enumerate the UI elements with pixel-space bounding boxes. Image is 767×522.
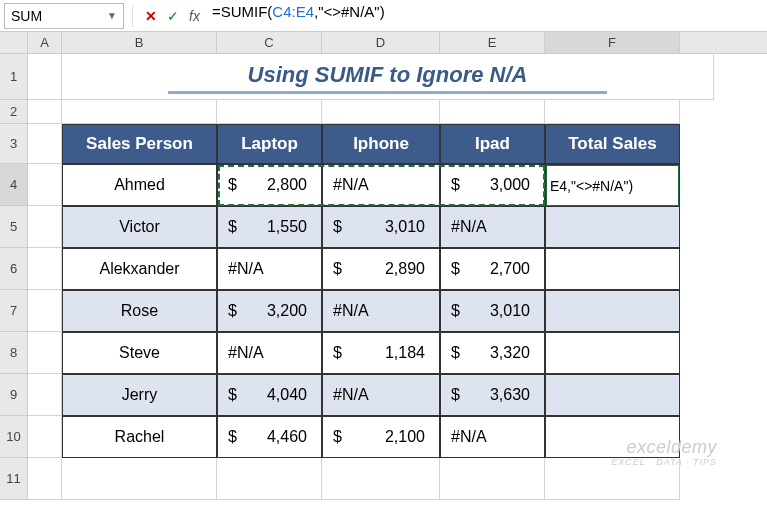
cell-iphone-7[interactable]: #N/A: [322, 290, 440, 332]
cell-A4[interactable]: [28, 164, 62, 206]
row-header-5[interactable]: 5: [0, 206, 27, 248]
row-header-1[interactable]: 1: [0, 54, 27, 100]
cell-laptop-10[interactable]: $4,460: [217, 416, 322, 458]
cell-A11[interactable]: [28, 458, 62, 500]
header-total-sales[interactable]: Total Sales: [545, 124, 680, 164]
cell-ipad-7[interactable]: $3,010: [440, 290, 545, 332]
cell-A9[interactable]: [28, 374, 62, 416]
cancel-icon[interactable]: ✕: [145, 8, 157, 24]
cell-laptop-7[interactable]: $3,200: [217, 290, 322, 332]
col-header-E[interactable]: E: [440, 32, 545, 53]
cell-total-5[interactable]: [545, 206, 680, 248]
cell-iphone-8[interactable]: $1,184: [322, 332, 440, 374]
cell-B11[interactable]: [62, 458, 217, 500]
cell-A10[interactable]: [28, 416, 62, 458]
table-row: Alekxander#N/A$2,890$2,700: [28, 248, 767, 290]
table-row: Jerry$4,040#N/A$3,630: [28, 374, 767, 416]
row-header-4[interactable]: 4: [0, 164, 27, 206]
header-laptop[interactable]: Laptop: [217, 124, 322, 164]
cell-iphone-5[interactable]: $3,010: [322, 206, 440, 248]
row-header-2[interactable]: 2: [0, 100, 27, 124]
cell-person-8[interactable]: Steve: [62, 332, 217, 374]
active-cell-text: E4,"<>#N/A"): [550, 178, 633, 194]
formula-bar-row: SUM ▼ ✕ ✓ fx =SUMIF(C4:E4,"<>#N/A"): [0, 0, 767, 32]
header-ipad[interactable]: Ipad: [440, 124, 545, 164]
page-title: Using SUMIF to Ignore N/A: [168, 60, 608, 94]
chevron-down-icon[interactable]: ▼: [107, 10, 117, 21]
cell-A6[interactable]: [28, 248, 62, 290]
cell-A1[interactable]: [28, 54, 62, 100]
row-header-11[interactable]: 11: [0, 458, 27, 500]
cell-laptop-9[interactable]: $4,040: [217, 374, 322, 416]
cell-E2[interactable]: [440, 100, 545, 124]
header-sales-person[interactable]: Sales Person: [62, 124, 217, 164]
cell-laptop-8[interactable]: #N/A: [217, 332, 322, 374]
table-row: Steve#N/A$1,184$3,320: [28, 332, 767, 374]
cell-laptop-6[interactable]: #N/A: [217, 248, 322, 290]
fx-icon[interactable]: fx: [189, 8, 200, 24]
cell-C2[interactable]: [217, 100, 322, 124]
cell-laptop-5[interactable]: $1,550: [217, 206, 322, 248]
row-header-10[interactable]: 10: [0, 416, 27, 458]
formula-range-ref: C4:E4: [272, 3, 314, 20]
col-header-D[interactable]: D: [322, 32, 440, 53]
cell-ipad-9[interactable]: $3,630: [440, 374, 545, 416]
col-header-C[interactable]: C: [217, 32, 322, 53]
cell-A3[interactable]: [28, 124, 62, 164]
table-row: Rose$3,200#N/A$3,010: [28, 290, 767, 332]
cell-iphone-10[interactable]: $2,100: [322, 416, 440, 458]
cell-ipad-8[interactable]: $3,320: [440, 332, 545, 374]
name-box[interactable]: SUM ▼: [4, 3, 124, 29]
cell-A8[interactable]: [28, 332, 62, 374]
watermark: exceldemy EXCEL · DATA · TIPS: [611, 438, 717, 468]
col-header-B[interactable]: B: [62, 32, 217, 53]
cell-A2[interactable]: [28, 100, 62, 124]
row-header-9[interactable]: 9: [0, 374, 27, 416]
cell-ipad-10[interactable]: #N/A: [440, 416, 545, 458]
row-header-8[interactable]: 8: [0, 332, 27, 374]
header-iphone[interactable]: Iphone: [322, 124, 440, 164]
cell-person-10[interactable]: Rachel: [62, 416, 217, 458]
cell-A7[interactable]: [28, 290, 62, 332]
cell-ipad-6[interactable]: $2,700: [440, 248, 545, 290]
row-header-7[interactable]: 7: [0, 290, 27, 332]
cell-iphone-6[interactable]: $2,890: [322, 248, 440, 290]
cell-iphone-9[interactable]: #N/A: [322, 374, 440, 416]
row-header-3[interactable]: 3: [0, 124, 27, 164]
row-header-6[interactable]: 6: [0, 248, 27, 290]
cell-total-8[interactable]: [545, 332, 680, 374]
cell-D2[interactable]: [322, 100, 440, 124]
table-row: Victor$1,550$3,010#N/A: [28, 206, 767, 248]
watermark-brand: exceldemy: [611, 438, 717, 458]
col-header-F[interactable]: F: [545, 32, 680, 53]
title-cell[interactable]: Using SUMIF to Ignore N/A: [62, 54, 714, 100]
formula-input[interactable]: =SUMIF(C4:E4,"<>#N/A"): [204, 3, 767, 29]
cell-A5[interactable]: [28, 206, 62, 248]
cell-iphone-4[interactable]: #N/A: [322, 164, 440, 206]
cell-laptop-4[interactable]: $2,800: [217, 164, 322, 206]
cell-area[interactable]: Using SUMIF to Ignore N/A Sales Person L…: [28, 54, 767, 500]
watermark-tagline: EXCEL · DATA · TIPS: [611, 458, 717, 468]
cell-person-5[interactable]: Victor: [62, 206, 217, 248]
cell-D11[interactable]: [322, 458, 440, 500]
col-header-A[interactable]: A: [28, 32, 62, 53]
name-box-value: SUM: [11, 8, 42, 24]
cell-person-4[interactable]: Ahmed: [62, 164, 217, 206]
formula-text-suffix: ,"<>#N/A"): [314, 3, 385, 20]
cell-ipad-5[interactable]: #N/A: [440, 206, 545, 248]
select-all-triangle[interactable]: [0, 32, 28, 53]
cell-person-7[interactable]: Rose: [62, 290, 217, 332]
active-cell-F4[interactable]: E4,"<>#N/A"): [546, 165, 679, 206]
cell-B2[interactable]: [62, 100, 217, 124]
cell-total-7[interactable]: [545, 290, 680, 332]
cell-total-9[interactable]: [545, 374, 680, 416]
cell-person-9[interactable]: Jerry: [62, 374, 217, 416]
cell-E11[interactable]: [440, 458, 545, 500]
cell-person-6[interactable]: Alekxander: [62, 248, 217, 290]
confirm-icon[interactable]: ✓: [167, 8, 179, 24]
cell-F2[interactable]: [545, 100, 680, 124]
cell-ipad-4[interactable]: $3,000: [440, 164, 545, 206]
grid: 1 2 3 4 5 6 7 8 9 10 11 Using SUMIF to I…: [0, 54, 767, 500]
cell-total-6[interactable]: [545, 248, 680, 290]
cell-C11[interactable]: [217, 458, 322, 500]
